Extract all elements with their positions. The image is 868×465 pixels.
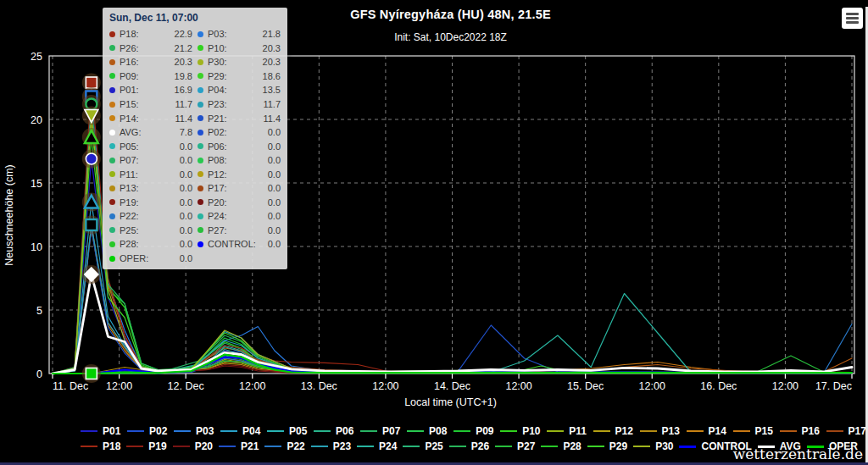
series-color-dot: [109, 102, 115, 108]
legend-label: P01: [103, 425, 120, 437]
series-color-dot: [198, 87, 203, 93]
legend-swatch: [407, 430, 424, 432]
legend-label: P06: [336, 425, 353, 437]
legend-label: P26: [471, 440, 489, 452]
legend-item-p15[interactable]: P15: [733, 425, 773, 437]
tooltip-series-label: P07:: [120, 155, 139, 165]
legend-label: P22: [287, 440, 304, 452]
legend-swatch: [500, 430, 517, 432]
legend-item-p06[interactable]: P06: [314, 425, 353, 437]
legend-item-p25[interactable]: P25: [403, 440, 442, 452]
tooltip: Sun, Dec 11, 07:00 P18:22.9P26:21.2P16:2…: [103, 8, 287, 269]
legend-item-p24[interactable]: P24: [357, 440, 397, 452]
tooltip-entry-p17: P17:0.0: [198, 181, 281, 196]
tooltip-series-value: 19.8: [175, 71, 192, 81]
tooltip-series-value: 0.0: [268, 225, 281, 235]
tooltip-series-value: 0.0: [268, 169, 281, 180]
tooltip-entry-p18: P18:22.9: [109, 27, 192, 42]
tooltip-series-value: 0.0: [268, 183, 281, 193]
legend-item-p08[interactable]: P08: [407, 425, 447, 437]
legend-swatch: [541, 446, 558, 447]
legend-item-p04[interactable]: P04: [220, 425, 260, 437]
legend-label: P08: [429, 425, 447, 437]
legend-item-p28[interactable]: P28: [541, 440, 581, 452]
legend-swatch: [633, 446, 650, 447]
tooltip-series-label: P19:: [120, 197, 139, 208]
legend-swatch: [264, 446, 281, 447]
series-color-dot: [109, 227, 115, 233]
tooltip-entry-p30: P30:20.3: [198, 55, 281, 69]
tooltip-series-label: AVG:: [120, 127, 141, 137]
legend-label: P25: [425, 440, 442, 452]
tooltip-series-label: P30:: [208, 57, 227, 67]
series-color-dot: [109, 256, 115, 262]
legend-item-p19[interactable]: P19: [126, 440, 166, 452]
legend-item-p13[interactable]: P13: [640, 425, 680, 437]
legend-item-p03[interactable]: P03: [174, 425, 214, 437]
legend-label: P20: [195, 440, 213, 452]
tooltip-series-label: OPER:: [120, 253, 148, 263]
tooltip-entry-p24: P24:0.0: [198, 209, 281, 224]
tooltip-series-value: 0.0: [268, 211, 281, 221]
legend-item-p23[interactable]: P23: [311, 440, 351, 452]
legend-item-p09[interactable]: P09: [453, 425, 493, 437]
legend-item-p17[interactable]: P17: [826, 425, 866, 437]
legend-item-p18[interactable]: P18: [81, 440, 120, 452]
legend-label: P19: [148, 440, 166, 452]
legend-item-p02[interactable]: P02: [127, 425, 167, 437]
tooltip-entry-p15: P15:11.7: [109, 97, 192, 112]
legend-item-p14[interactable]: P14: [687, 425, 726, 437]
series-color-dot: [109, 87, 115, 93]
series-color-dot: [109, 143, 115, 149]
tooltip-entry-p13: P13:0.0: [109, 181, 192, 196]
legend-item-p27[interactable]: P27: [495, 440, 535, 452]
tooltip-entry-control: CONTROL:0.0: [198, 237, 281, 252]
legend-label: P02: [149, 425, 167, 437]
legend-label: P28: [563, 440, 581, 452]
tooltip-series-label: P10:: [208, 43, 227, 53]
legend-swatch: [267, 430, 284, 432]
tooltip-series-label: P25:: [120, 225, 139, 235]
legend-label: P05: [289, 425, 307, 437]
legend-swatch: [679, 446, 696, 448]
tooltip-entry-oper: OPER:0.0: [109, 252, 192, 266]
x-tick-label: 14. Dec: [434, 380, 470, 392]
legend-item-p30[interactable]: P30: [633, 440, 673, 452]
tooltip-series-value: 0.0: [268, 141, 281, 152]
tooltip-series-value: 0.0: [180, 225, 192, 235]
marker-square-p18: [86, 77, 97, 88]
legend-item-p29[interactable]: P29: [587, 440, 627, 452]
tooltip-series-label: P23:: [208, 99, 227, 109]
series-color-dot: [109, 199, 115, 205]
tooltip-series-label: P01:: [120, 85, 139, 95]
legend-item-p05[interactable]: P05: [267, 425, 307, 437]
tooltip-entry-avg: AVG:7.8: [109, 125, 192, 140]
tooltip-entry-p05: P05:0.0: [109, 139, 192, 153]
legend-item-p12[interactable]: P12: [593, 425, 633, 437]
watermark-link[interactable]: wetterzentrale.de: [733, 446, 863, 462]
legend-item-p21[interactable]: P21: [219, 440, 259, 452]
legend-item-p07[interactable]: P07: [360, 425, 400, 437]
legend-label: P16: [802, 425, 820, 437]
y-tick-label: 10: [31, 241, 42, 253]
legend-item-p10[interactable]: P10: [500, 425, 540, 437]
marker-square-oper: [86, 368, 97, 379]
series-color-dot: [109, 130, 115, 136]
tooltip-series-value: 11.7: [175, 99, 192, 109]
legend-label: P15: [755, 425, 773, 437]
tooltip-series-value: 0.0: [268, 197, 281, 208]
legend-item-p16[interactable]: P16: [780, 425, 820, 437]
tooltip-entry-p20: P20:0.0: [198, 196, 281, 210]
legend-item-p11[interactable]: P11: [547, 425, 587, 437]
legend-item-p01[interactable]: P01: [81, 425, 120, 437]
tooltip-series-label: P21:: [208, 113, 227, 124]
legend-label: P23: [333, 440, 351, 452]
tooltip-entry-p21: P21:11.4: [198, 111, 281, 125]
legend-item-p20[interactable]: P20: [173, 440, 213, 452]
tooltip-series-label: P26:: [120, 43, 139, 53]
tooltip-series-value: 20.3: [263, 57, 281, 67]
tooltip-series-value: 20.3: [263, 43, 281, 53]
legend-swatch: [640, 430, 657, 432]
legend-item-p26[interactable]: P26: [449, 440, 489, 452]
legend-item-p22[interactable]: P22: [264, 440, 304, 452]
